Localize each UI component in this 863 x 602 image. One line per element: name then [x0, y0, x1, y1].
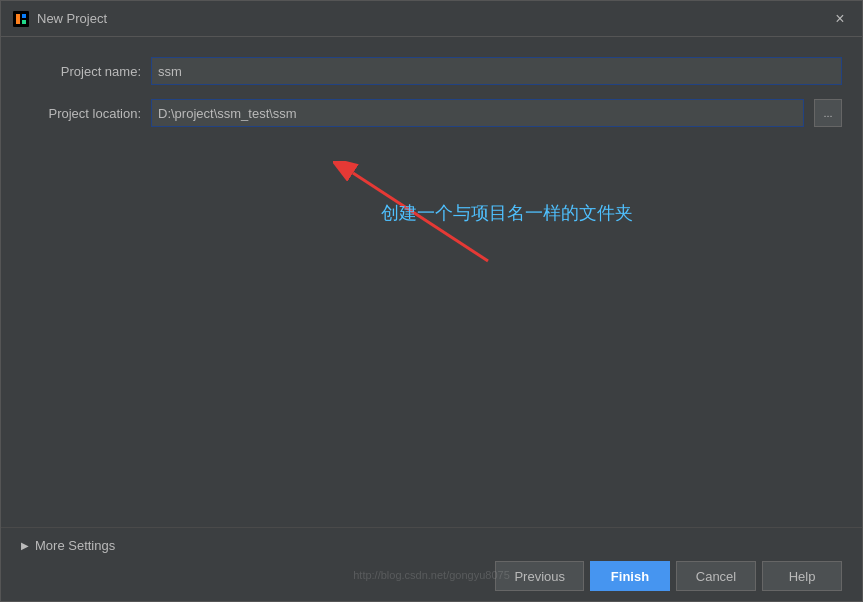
- project-location-row: Project location: ...: [21, 99, 842, 127]
- browse-button[interactable]: ...: [814, 99, 842, 127]
- finish-button[interactable]: Finish: [590, 561, 670, 591]
- help-button[interactable]: Help: [762, 561, 842, 591]
- svg-rect-0: [13, 11, 29, 27]
- title-bar: New Project ×: [1, 1, 862, 37]
- project-name-label: Project name:: [21, 64, 141, 79]
- svg-rect-1: [16, 14, 20, 24]
- project-name-row: Project name:: [21, 57, 842, 85]
- new-project-dialog: New Project × Project name: Project loca…: [0, 0, 863, 602]
- annotation-text: 创建一个与项目名一样的文件夹: [381, 201, 633, 225]
- cancel-button[interactable]: Cancel: [676, 561, 756, 591]
- svg-rect-3: [22, 20, 26, 24]
- content-area: Project name: Project location: ...: [1, 37, 862, 527]
- project-location-input[interactable]: [151, 99, 804, 127]
- title-bar-left: New Project: [13, 11, 107, 27]
- more-settings-arrow-icon: ▶: [21, 540, 29, 551]
- svg-rect-2: [22, 14, 26, 18]
- project-name-input[interactable]: [151, 57, 842, 85]
- buttons-row: Previous Finish Cancel Help: [21, 561, 842, 591]
- close-button[interactable]: ×: [830, 9, 850, 29]
- project-location-label: Project location:: [21, 106, 141, 121]
- previous-button[interactable]: Previous: [495, 561, 584, 591]
- dialog-title: New Project: [37, 11, 107, 26]
- bottom-bar: ▶ More Settings Previous Finish Cancel H…: [1, 527, 862, 601]
- more-settings-toggle[interactable]: ▶ More Settings: [21, 538, 842, 553]
- annotation-area: 创建一个与项目名一样的文件夹: [21, 141, 842, 517]
- app-icon: [13, 11, 29, 27]
